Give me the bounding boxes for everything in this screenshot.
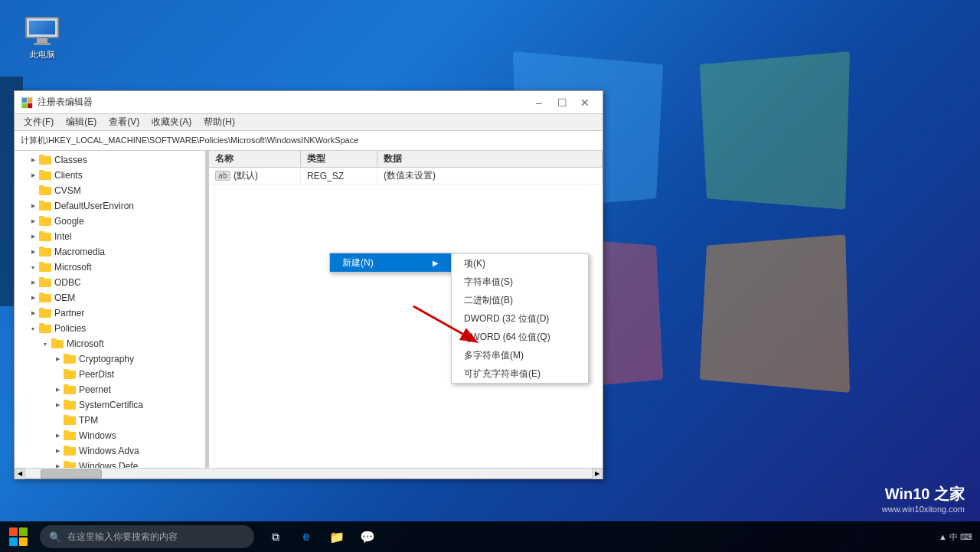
taskbar-edge[interactable]: e bbox=[291, 521, 322, 552]
tree-label-windows-defe: Windows Defe bbox=[79, 461, 138, 468]
tree-item-odbc[interactable]: ODBC bbox=[15, 275, 205, 290]
tree-item-classes[interactable]: Classes bbox=[15, 152, 205, 168]
submenu-label-binary: 二进制值(B) bbox=[464, 294, 513, 307]
menu-favorites[interactable]: 收藏夹(A) bbox=[145, 114, 198, 131]
submenu-item-multistring[interactable]: 多字符串值(M) bbox=[452, 346, 588, 364]
taskbar-chat[interactable]: 💬 bbox=[352, 521, 383, 552]
tree-item-microsoft-top[interactable]: Microsoft bbox=[15, 260, 205, 275]
tree-label-microsoft-policies: Microsoft bbox=[67, 338, 104, 349]
tree-item-defaultuserenv[interactable]: DefaultUserEnviron bbox=[15, 198, 205, 214]
taskbar-search[interactable]: 🔍 在这里输入你要搜索的内容 bbox=[40, 525, 254, 548]
menu-help[interactable]: 帮助(H) bbox=[198, 114, 241, 131]
close-button[interactable]: ✕ bbox=[573, 93, 596, 112]
start-button[interactable] bbox=[0, 521, 37, 552]
expand-clients[interactable] bbox=[27, 169, 39, 181]
submenu-item-dword[interactable]: DWORD (32 位值(D) bbox=[452, 309, 588, 328]
menu-view[interactable]: 查看(V) bbox=[103, 114, 145, 131]
tree-item-windows-adva[interactable]: Windows Adva bbox=[15, 443, 205, 459]
h-scroll-area[interactable] bbox=[25, 469, 592, 479]
tree-item-systemcertifica[interactable]: SystemCertifica bbox=[15, 397, 205, 413]
window-controls: – ☐ ✕ bbox=[528, 93, 596, 112]
h-scrollbar[interactable]: ◀ ▶ bbox=[15, 468, 603, 479]
address-bar[interactable]: 计算机\HKEY_LOCAL_MACHINE\SOFTWARE\Policies… bbox=[15, 131, 603, 151]
tree-label-clients: Clients bbox=[54, 170, 83, 181]
header-data: 数据 bbox=[377, 151, 603, 167]
menu-new[interactable]: 新建(N) ▶ 项(K) 字符串值(S) 二进制值(B) DWORD (32 位… bbox=[330, 253, 451, 272]
submenu-label-multistring: 多字符串值(M) bbox=[464, 349, 524, 362]
tree-item-peerdist[interactable]: PeerDist bbox=[15, 367, 205, 382]
menu-edit[interactable]: 编辑(E) bbox=[60, 114, 103, 131]
submenu: 项(K) 字符串值(S) 二进制值(B) DWORD (32 位值(D) QWO… bbox=[451, 253, 589, 384]
expand-policies[interactable] bbox=[27, 322, 39, 335]
tree-item-clients[interactable]: Clients bbox=[15, 168, 205, 183]
menu-bar: 文件(F) 编辑(E) 查看(V) 收藏夹(A) 帮助(H) bbox=[15, 114, 603, 131]
submenu-item-expandstring[interactable]: 可扩充字符串值(E) bbox=[452, 364, 588, 383]
task-view-button[interactable]: ⧉ bbox=[260, 521, 291, 552]
svg-rect-1 bbox=[22, 98, 27, 103]
h-scroll-thumb[interactable] bbox=[41, 469, 102, 479]
expand-systemcertifica[interactable] bbox=[51, 399, 64, 411]
expand-microsoft-policies[interactable] bbox=[39, 338, 51, 350]
title-bar: 注册表编辑器 – ☐ ✕ bbox=[15, 91, 603, 114]
submenu-item-binary[interactable]: 二进制值(B) bbox=[452, 291, 588, 309]
submenu-label-dword: DWORD (32 位值(D) bbox=[464, 312, 549, 325]
header-name: 名称 bbox=[209, 151, 301, 167]
tree-item-windows[interactable]: Windows bbox=[15, 428, 205, 443]
svg-rect-4 bbox=[28, 103, 32, 108]
submenu-item-xiang[interactable]: 项(K) bbox=[452, 254, 588, 273]
submenu-label-string: 字符串值(S) bbox=[464, 276, 513, 289]
value-row-default[interactable]: ab (默认) REG_SZ (数值未设置) bbox=[209, 168, 603, 185]
submenu-item-string[interactable]: 字符串值(S) bbox=[452, 273, 588, 291]
tree-content[interactable]: Classes Clients CVSM bbox=[15, 151, 205, 468]
desktop-icon-this-pc[interactable]: 此电脑 bbox=[15, 15, 69, 60]
ab-icon: ab bbox=[215, 171, 230, 181]
expand-windows-defe[interactable] bbox=[51, 460, 64, 468]
minimize-button[interactable]: – bbox=[528, 93, 550, 112]
expand-google[interactable] bbox=[27, 215, 39, 227]
tree-item-microsoft-policies[interactable]: Microsoft bbox=[15, 336, 205, 351]
value-name-text: (默认) bbox=[234, 169, 258, 182]
tree-item-cvsm[interactable]: CVSM bbox=[15, 183, 205, 198]
tree-item-tpm[interactable]: TPM bbox=[15, 413, 205, 428]
desktop-icon-label: 此电脑 bbox=[30, 49, 55, 60]
system-tray: ▲ 中 ⌨ bbox=[939, 531, 972, 543]
menu-file[interactable]: 文件(F) bbox=[18, 114, 60, 131]
tree-item-oem[interactable]: OEM bbox=[15, 290, 205, 305]
tree-item-partner[interactable]: Partner bbox=[15, 305, 205, 321]
expand-windows-adva[interactable] bbox=[51, 445, 64, 457]
search-placeholder: 在这里输入你要搜索的内容 bbox=[67, 531, 178, 544]
expand-windows[interactable] bbox=[51, 430, 64, 442]
tree-item-cryptography[interactable]: Cryptography bbox=[15, 351, 205, 367]
expand-classes[interactable] bbox=[27, 154, 39, 166]
tree-item-windows-defe[interactable]: Windows Defe bbox=[15, 459, 205, 468]
tree-item-macromedia[interactable]: Macromedia bbox=[15, 244, 205, 260]
value-data-default: (数值未设置) bbox=[377, 168, 603, 184]
expand-odbc[interactable] bbox=[27, 276, 39, 289]
tree-item-policies[interactable]: Policies bbox=[15, 321, 205, 336]
expand-defaultuserenv[interactable] bbox=[27, 200, 39, 212]
tree-label-cryptography: Cryptography bbox=[79, 354, 134, 364]
tree-label-windows: Windows bbox=[79, 430, 116, 441]
scroll-left-arrow[interactable]: ◀ bbox=[15, 469, 25, 479]
expand-peernet[interactable] bbox=[51, 384, 64, 396]
taskbar-right: ▲ 中 ⌨ bbox=[939, 531, 980, 543]
regedit-icon bbox=[21, 96, 33, 109]
maximize-button[interactable]: ☐ bbox=[550, 93, 573, 112]
expand-oem[interactable] bbox=[27, 292, 39, 304]
scroll-right-arrow[interactable]: ▶ bbox=[592, 469, 603, 479]
taskbar-explorer[interactable]: 📁 bbox=[322, 521, 352, 552]
tree-label-cvsm: CVSM bbox=[54, 185, 81, 196]
address-text: 计算机\HKEY_LOCAL_MACHINE\SOFTWARE\Policies… bbox=[21, 135, 358, 146]
tree-item-intel[interactable]: Intel bbox=[15, 229, 205, 244]
tree-label-microsoft-top: Microsoft bbox=[54, 262, 92, 273]
expand-microsoft-top[interactable] bbox=[27, 261, 39, 273]
tree-label-systemcertifica: SystemCertifica bbox=[79, 400, 143, 410]
tree-item-peernet[interactable]: Peernet bbox=[15, 382, 205, 397]
tree-label-defaultuserenv: DefaultUserEnviron bbox=[54, 201, 134, 211]
expand-macromedia[interactable] bbox=[27, 246, 39, 258]
expand-cryptography[interactable] bbox=[51, 353, 64, 365]
submenu-item-qword[interactable]: QWORD (64 位值(Q) bbox=[452, 328, 588, 346]
tree-item-google[interactable]: Google bbox=[15, 214, 205, 229]
expand-intel[interactable] bbox=[27, 230, 39, 243]
expand-partner[interactable] bbox=[27, 307, 39, 319]
